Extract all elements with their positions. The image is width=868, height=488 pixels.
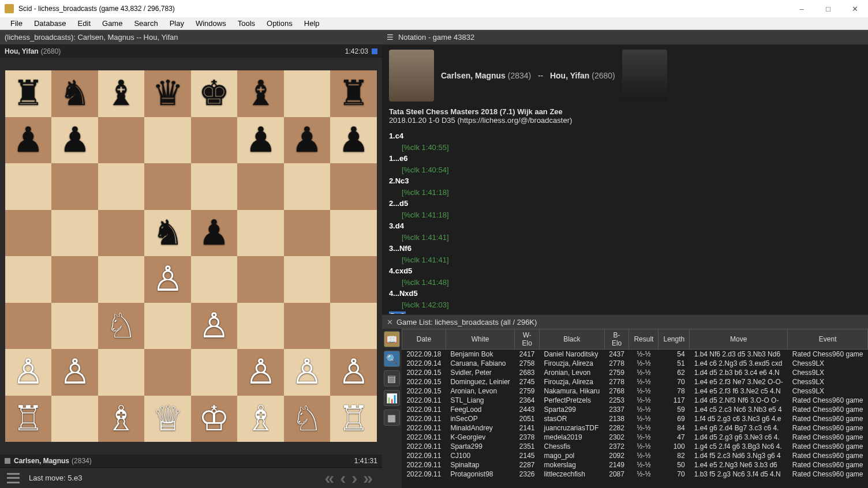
- menu-tools[interactable]: Tools: [232, 18, 261, 29]
- square[interactable]: ♞: [144, 210, 191, 257]
- square[interactable]: ♟: [5, 117, 52, 164]
- square[interactable]: [98, 163, 145, 210]
- notation-move[interactable]: 2.Nc3: [389, 175, 861, 187]
- column-header[interactable]: White: [446, 329, 514, 350]
- notation-move[interactable]: 1.c4: [389, 130, 861, 142]
- notation-move[interactable]: 1...e6: [389, 153, 861, 164]
- notation-move[interactable]: 2...d5: [389, 198, 861, 209]
- square[interactable]: ♖: [330, 396, 377, 442]
- square[interactable]: ♘: [284, 396, 331, 442]
- square[interactable]: ♙: [144, 256, 191, 303]
- table-row[interactable]: 2022.09.11Protagonist982326littleczechfi…: [402, 470, 867, 479]
- square[interactable]: ♘: [98, 303, 145, 350]
- square[interactable]: ♛: [144, 70, 191, 117]
- square[interactable]: ♕: [144, 396, 191, 442]
- menu-search[interactable]: Search: [128, 18, 163, 29]
- square[interactable]: ♟: [284, 117, 331, 164]
- menu-help[interactable]: Help: [298, 18, 326, 29]
- menu-edit[interactable]: Edit: [72, 18, 96, 29]
- table-row[interactable]: 2022.09.11Sparta2992351Chessfis2372½-½10…: [402, 442, 867, 451]
- square[interactable]: ♖: [5, 396, 52, 442]
- menu-options[interactable]: Options: [261, 18, 298, 29]
- notation-move[interactable]: 3...Nf6: [389, 243, 861, 254]
- square[interactable]: ♟: [191, 210, 238, 257]
- column-header[interactable]: Result: [629, 329, 659, 350]
- table-row[interactable]: 2022.09.11MinaldAndrey2141juancruzariasT…: [402, 423, 867, 433]
- column-header[interactable]: Date: [402, 329, 446, 350]
- nav-fwd-button[interactable]: ›: [349, 468, 360, 488]
- menu-game[interactable]: Game: [96, 18, 128, 29]
- square[interactable]: ♙: [330, 349, 377, 396]
- square[interactable]: ♝: [98, 70, 145, 117]
- square[interactable]: [237, 303, 284, 350]
- square[interactable]: [98, 117, 145, 164]
- square[interactable]: [284, 210, 331, 257]
- gamelist-table[interactable]: DateWhiteW-EloBlackB-EloResultLengthMove…: [402, 329, 868, 479]
- notation-move[interactable]: 4...Nxd5: [389, 288, 861, 299]
- square[interactable]: ♟: [51, 117, 98, 164]
- table-row[interactable]: 2022.09.14Caruana, Fabiano2758Firouzja, …: [402, 359, 867, 368]
- square[interactable]: ♙: [51, 349, 98, 396]
- column-header[interactable]: Event: [788, 329, 868, 350]
- nav-start-button[interactable]: «: [323, 468, 337, 488]
- square[interactable]: ♙: [284, 349, 331, 396]
- menu-windows[interactable]: Windows: [190, 18, 232, 29]
- column-header[interactable]: Move: [690, 329, 788, 350]
- board-icon[interactable]: ▦: [384, 410, 400, 426]
- square[interactable]: [51, 303, 98, 350]
- hamburger-icon[interactable]: ☰: [387, 33, 394, 42]
- square[interactable]: [98, 349, 145, 396]
- square[interactable]: ♗: [237, 396, 284, 442]
- table-row[interactable]: 2022.09.15Svidler, Peter2683Aronian, Lev…: [402, 368, 867, 377]
- square[interactable]: [51, 396, 98, 442]
- maximize-button[interactable]: □: [815, 0, 841, 17]
- layout-icon[interactable]: ▤: [384, 370, 400, 386]
- close-icon[interactable]: ✕: [387, 318, 393, 326]
- square[interactable]: [330, 256, 377, 303]
- notation-move[interactable]: 4.cxd5: [389, 265, 861, 277]
- square[interactable]: ♞: [51, 70, 98, 117]
- square[interactable]: [330, 163, 377, 210]
- square[interactable]: ♝: [237, 70, 284, 117]
- square[interactable]: [237, 210, 284, 257]
- square[interactable]: [191, 256, 238, 303]
- square[interactable]: [98, 256, 145, 303]
- book-icon[interactable]: 📖: [384, 331, 400, 347]
- menu-icon[interactable]: [7, 473, 20, 483]
- minimize-button[interactable]: –: [788, 0, 815, 17]
- square[interactable]: ♙: [237, 349, 284, 396]
- square[interactable]: [284, 70, 331, 117]
- column-header[interactable]: W-Elo: [515, 329, 540, 350]
- square[interactable]: ♟: [237, 117, 284, 164]
- square[interactable]: [330, 303, 377, 350]
- table-row[interactable]: 2022.09.18Benjamin Bok2417Daniel Narodit…: [402, 350, 867, 359]
- table-row[interactable]: 2022.09.15Aronian, Levon2759Nakamura, Hi…: [402, 386, 867, 396]
- square[interactable]: ♜: [5, 70, 52, 117]
- menu-play[interactable]: Play: [164, 18, 190, 29]
- table-row[interactable]: 2022.09.11FeegLood2443Sparta2992337½-½59…: [402, 405, 867, 414]
- zoom-icon[interactable]: 🔍: [384, 351, 400, 367]
- square[interactable]: ♟: [330, 117, 377, 164]
- square[interactable]: [237, 256, 284, 303]
- square[interactable]: [144, 303, 191, 350]
- menu-database[interactable]: Database: [28, 18, 72, 29]
- table-row[interactable]: 2022.09.11inSecOP2051stasOR2138½-½691.f4…: [402, 414, 867, 423]
- notation-body[interactable]: 1.c4[%clk 1:40:55]1...e6[%clk 1:40:54]2.…: [382, 128, 868, 314]
- square[interactable]: [191, 349, 238, 396]
- table-row[interactable]: 2022.09.11Spinaltap2287mokerslag2149½-½5…: [402, 460, 867, 470]
- square[interactable]: [51, 210, 98, 257]
- square[interactable]: ♚: [191, 70, 238, 117]
- table-row[interactable]: 2022.09.15Dominguez, Leinier2745Firouzja…: [402, 377, 867, 386]
- square[interactable]: [51, 163, 98, 210]
- square[interactable]: [191, 163, 238, 210]
- square[interactable]: [330, 210, 377, 257]
- stats-icon[interactable]: 📊: [384, 390, 400, 406]
- square[interactable]: [284, 163, 331, 210]
- close-button[interactable]: ✕: [841, 0, 868, 17]
- square[interactable]: [51, 256, 98, 303]
- square[interactable]: ♙: [191, 303, 238, 350]
- square[interactable]: [5, 256, 52, 303]
- square[interactable]: [237, 163, 284, 210]
- square[interactable]: [144, 117, 191, 164]
- square[interactable]: [98, 210, 145, 257]
